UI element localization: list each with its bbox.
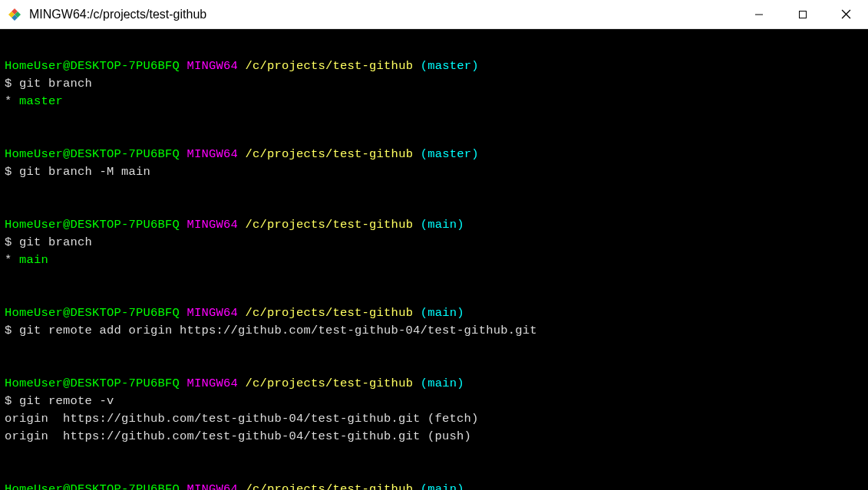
prompt-user-host: HomeUser@DESKTOP-7PU6BFQ xyxy=(5,147,180,161)
prompt-branch: (master) xyxy=(421,59,479,73)
command-text: git remote add origin https://github.com… xyxy=(19,324,537,337)
window-controls xyxy=(737,0,868,28)
close-button[interactable] xyxy=(824,0,868,28)
output-branch: master xyxy=(19,94,63,108)
prompt-branch: (main) xyxy=(421,377,464,390)
prompt-branch: (main) xyxy=(421,218,464,232)
maximize-button[interactable] xyxy=(781,0,824,28)
prompt-symbol: $ xyxy=(5,324,12,337)
prompt-path: /c/projects/test-github xyxy=(246,147,414,161)
prompt-path: /c/projects/test-github xyxy=(246,377,414,390)
output-line: origin https://github.com/test-github-04… xyxy=(5,410,863,428)
command-text: git branch xyxy=(19,77,92,90)
prompt-path: /c/projects/test-github xyxy=(246,306,414,320)
command-block: HomeUser@DESKTOP-7PU6BFQ MINGW64 /c/proj… xyxy=(5,216,863,269)
prompt-user-host: HomeUser@DESKTOP-7PU6BFQ xyxy=(5,306,180,320)
prompt-symbol: $ xyxy=(5,394,12,408)
output-line: origin https://github.com/test-github-04… xyxy=(5,428,863,446)
prompt-user-host: HomeUser@DESKTOP-7PU6BFQ xyxy=(5,59,180,73)
window-title: MINGW64:/c/projects/test-github xyxy=(29,8,737,21)
minimize-button[interactable] xyxy=(737,0,781,28)
command-block: HomeUser@DESKTOP-7PU6BFQ MINGW64 /c/proj… xyxy=(5,304,863,340)
output-star: * xyxy=(5,253,12,267)
command-text: git branch xyxy=(19,235,92,249)
output-star: * xyxy=(5,94,12,108)
prompt-symbol: $ xyxy=(5,235,12,249)
prompt-user-host: HomeUser@DESKTOP-7PU6BFQ xyxy=(5,377,180,390)
prompt-path: /c/projects/test-github xyxy=(246,59,414,73)
terminal-area[interactable]: HomeUser@DESKTOP-7PU6BFQ MINGW64 /c/proj… xyxy=(0,29,868,490)
command-block: HomeUser@DESKTOP-7PU6BFQ MINGW64 /c/proj… xyxy=(5,375,863,446)
svg-rect-5 xyxy=(799,11,806,18)
prompt-env: MINGW64 xyxy=(187,147,239,161)
prompt-env: MINGW64 xyxy=(187,482,239,490)
output-branch: main xyxy=(19,253,48,267)
prompt-branch: (main) xyxy=(421,306,464,320)
prompt-env: MINGW64 xyxy=(187,218,239,232)
command-block: HomeUser@DESKTOP-7PU6BFQ MINGW64 /c/proj… xyxy=(5,146,863,181)
prompt-user-host: HomeUser@DESKTOP-7PU6BFQ xyxy=(5,218,180,232)
prompt-env: MINGW64 xyxy=(187,59,239,73)
prompt-symbol: $ xyxy=(5,165,12,179)
command-block: HomeUser@DESKTOP-7PU6BFQ MINGW64 /c/proj… xyxy=(5,481,863,490)
prompt-env: MINGW64 xyxy=(187,377,239,390)
command-text: git remote -v xyxy=(19,394,114,408)
prompt-path: /c/projects/test-github xyxy=(246,218,414,232)
prompt-branch: (master) xyxy=(421,147,479,161)
command-block: HomeUser@DESKTOP-7PU6BFQ MINGW64 /c/proj… xyxy=(5,58,863,110)
prompt-path: /c/projects/test-github xyxy=(246,482,414,490)
titlebar: MINGW64:/c/projects/test-github xyxy=(0,0,868,29)
mingw-icon xyxy=(8,8,21,21)
prompt-env: MINGW64 xyxy=(187,306,239,320)
prompt-user-host: HomeUser@DESKTOP-7PU6BFQ xyxy=(5,482,180,490)
command-text: git branch -M main xyxy=(19,165,150,179)
prompt-branch: (main) xyxy=(421,482,464,490)
prompt-symbol: $ xyxy=(5,77,12,90)
